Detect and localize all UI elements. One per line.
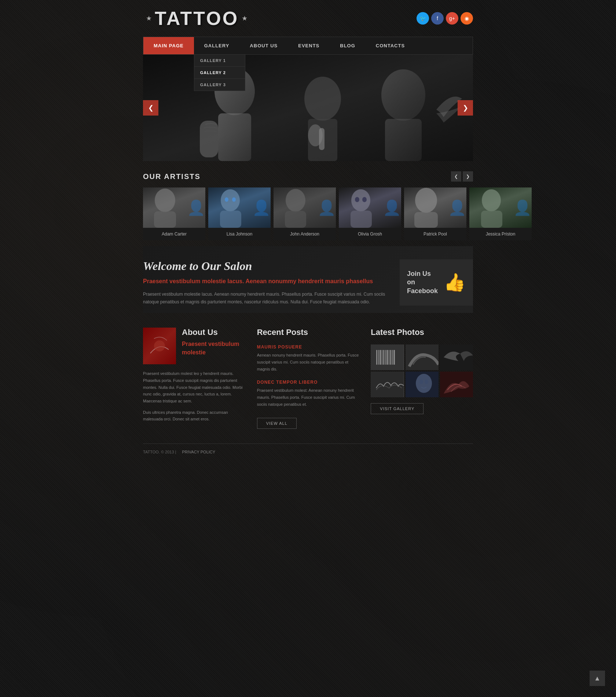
svg-rect-31 xyxy=(380,350,381,365)
artist-card-5[interactable]: Patrick Pool xyxy=(404,187,466,240)
artist-name-1: Adam Carter xyxy=(143,228,205,240)
post-item-2: DONEC TEMPOR LIBERO Praesent vestibulum … xyxy=(257,380,359,408)
photo-thumb-4[interactable] xyxy=(371,372,404,397)
artist-card-6[interactable]: Jessica Priston xyxy=(469,187,532,240)
privacy-policy-link[interactable]: PRIVACY POLICY xyxy=(182,450,215,454)
svg-rect-32 xyxy=(382,350,382,365)
footer: TATTOO. © 2013 | PRIVACY POLICY xyxy=(143,444,473,460)
nav-blog[interactable]: BLOG xyxy=(330,37,366,54)
svg-rect-2 xyxy=(218,113,251,161)
facebook-thumb-icon: 👍 xyxy=(444,272,466,293)
svg-point-18 xyxy=(351,189,370,211)
nav-gallery[interactable]: GALLERY GALLERY 1 GALLERY 2 GALLERY 3 xyxy=(194,37,240,54)
rss-icon[interactable]: ◉ xyxy=(461,12,473,25)
logo: ★ TATTOO ★ xyxy=(143,7,250,29)
post-title-2[interactable]: DONEC TEMPOR LIBERO xyxy=(257,380,359,385)
artist-name-4: Olivia Grosh xyxy=(339,228,401,240)
artists-next-button[interactable]: ❯ xyxy=(463,171,473,182)
photos-grid xyxy=(371,344,473,397)
nav-about-us[interactable]: ABOUT US xyxy=(239,37,288,54)
svg-rect-39 xyxy=(393,350,395,365)
photo-thumb-5[interactable] xyxy=(406,372,439,397)
photo-thumb-3[interactable] xyxy=(440,344,473,370)
facebook-widget[interactable]: Join Us on Facebook 👍 xyxy=(400,259,473,306)
post-text-2: Praesent vestibulum molest: Aenean nonun… xyxy=(257,387,359,408)
photo-thumb-6[interactable] xyxy=(440,372,473,397)
welcome-title: Welcome to Our Salon xyxy=(143,259,391,273)
photo-thumb-2[interactable] xyxy=(406,344,439,370)
logo-star-left: ★ xyxy=(146,14,152,22)
photos-heading: Latest Photos xyxy=(371,328,473,337)
welcome-body: Praesent vestibulum molestie lacus. Aene… xyxy=(143,291,391,306)
view-all-button[interactable]: VIEW ALL xyxy=(257,418,297,429)
welcome-content: Welcome to Our Salon Praesent vestibulum… xyxy=(143,259,391,306)
artist-card-4[interactable]: Olivia Grosh xyxy=(339,187,401,240)
about-right: About Us Praesent vestibulum molestie xyxy=(182,328,245,364)
artist-card-3[interactable]: John Anderson xyxy=(274,187,336,240)
header: ★ TATTOO ★ 🐦 f g+ ◉ xyxy=(143,0,473,37)
artist-card-1[interactable]: Adam Carter xyxy=(143,187,205,240)
gallery-1-item[interactable]: GALLERY 1 xyxy=(194,55,245,67)
artists-prev-button[interactable]: ❮ xyxy=(451,171,461,182)
facebook-icon[interactable]: f xyxy=(431,12,444,25)
nav-contacts[interactable]: CONTACTS xyxy=(366,37,415,54)
svg-point-8 xyxy=(381,69,425,121)
svg-point-22 xyxy=(415,188,437,213)
gallery-2-item[interactable]: GALLERY 2 xyxy=(194,67,245,79)
about-subtitle: Praesent vestibulum molestie xyxy=(182,340,245,357)
svg-rect-30 xyxy=(378,350,379,365)
svg-point-44 xyxy=(416,374,432,393)
svg-point-16 xyxy=(286,189,305,212)
artist-photo-2 xyxy=(208,187,271,228)
svg-rect-25 xyxy=(481,211,502,228)
facebook-widget-text: Join Us on Facebook xyxy=(407,270,438,295)
svg-point-27 xyxy=(154,340,165,351)
nav-events[interactable]: EVENTS xyxy=(288,37,330,54)
post-title-1[interactable]: MAURIS POSUERE xyxy=(257,344,359,350)
artist-photo-5 xyxy=(404,187,466,228)
logo-text: TATTOO xyxy=(155,7,239,29)
artist-name-5: Patrick Pool xyxy=(404,228,466,240)
artist-photo-1 xyxy=(143,187,205,228)
svg-point-24 xyxy=(482,189,501,211)
svg-rect-29 xyxy=(376,350,377,365)
svg-rect-37 xyxy=(390,350,391,365)
svg-rect-9 xyxy=(385,119,422,161)
artists-grid: Adam Carter Lisa Johnson Jo xyxy=(143,187,473,240)
nav-main-page[interactable]: MAIN PAGE xyxy=(143,37,194,54)
visit-gallery-button[interactable]: VISIT GALLERY xyxy=(371,403,423,414)
artist-photo-3 xyxy=(274,187,336,228)
three-columns: About Us Praesent vestibulum molestie Pr… xyxy=(143,313,473,444)
slider-next-button[interactable]: ❯ xyxy=(458,100,473,116)
artist-name-2: Lisa Johnson xyxy=(208,228,271,240)
about-heading: About Us xyxy=(182,328,245,337)
svg-point-45 xyxy=(419,380,423,384)
hero-slider: ❮ ❯ xyxy=(143,55,473,161)
photo-thumb-1[interactable] xyxy=(371,344,404,370)
artists-title: OUR ARTISTS xyxy=(143,172,201,181)
post-item-1: MAURIS POSUERE Aenean nonuny hendrerit m… xyxy=(257,344,359,372)
twitter-icon[interactable]: 🐦 xyxy=(417,12,429,25)
footer-copyright: TATTOO. © 2013 | xyxy=(143,450,176,454)
about-extra: Duis ultrices pharetra magna. Donec accu… xyxy=(143,409,245,423)
facebook-text: Join Us on Facebook xyxy=(407,270,438,295)
svg-rect-3 xyxy=(200,121,218,157)
artist-name-6: Jessica Priston xyxy=(469,228,532,240)
svg-point-20 xyxy=(355,197,359,202)
slider-prev-button[interactable]: ❮ xyxy=(143,100,158,116)
svg-point-12 xyxy=(221,189,240,211)
post-text-1: Aenean nonuny hendrerit mauris. Phasellu… xyxy=(257,352,359,372)
artist-card-2[interactable]: Lisa Johnson xyxy=(208,187,271,240)
social-icons: 🐦 f g+ ◉ xyxy=(417,12,473,25)
svg-rect-36 xyxy=(389,350,389,365)
photos-column: Latest Photos xyxy=(371,328,473,429)
google-icon[interactable]: g+ xyxy=(446,12,458,25)
navigation: MAIN PAGE GALLERY GALLERY 1 GALLERY 2 GA… xyxy=(143,37,473,55)
scroll-top-button[interactable]: ▲ xyxy=(590,671,605,686)
gallery-3-item[interactable]: GALLERY 3 xyxy=(194,79,245,91)
welcome-subtitle: Praesent vestibulum molestie lacus. Aene… xyxy=(143,277,391,285)
svg-rect-34 xyxy=(385,350,386,365)
svg-rect-33 xyxy=(383,350,384,365)
hero-image xyxy=(143,55,473,161)
posts-column: Recent Posts MAURIS POSUERE Aenean nonun… xyxy=(257,328,359,429)
